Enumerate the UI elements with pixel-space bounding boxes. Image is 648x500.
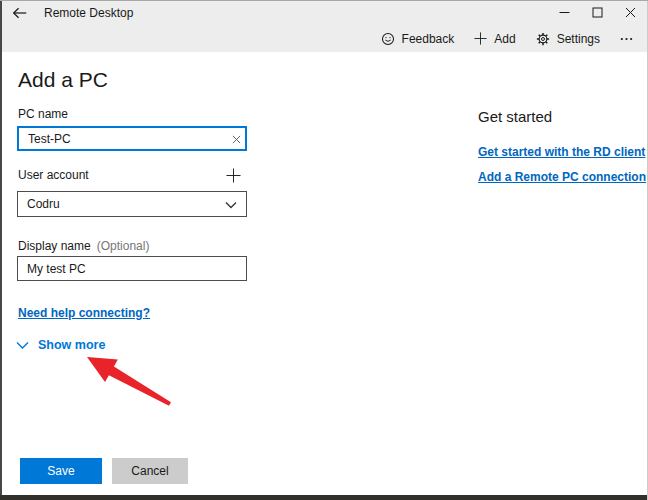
maximize-icon [592,7,603,18]
chevron-down-icon [16,341,29,350]
title-bar: Remote Desktop [2,0,647,25]
window-edge-top [0,0,648,1]
gear-icon [536,32,550,46]
display-name-label: Display name(Optional) [18,239,149,253]
user-account-dropdown[interactable]: Codru [17,191,247,217]
minimize-button[interactable] [548,0,581,25]
show-more-toggle[interactable]: Show more [16,338,105,352]
pc-name-label: PC name [18,107,68,121]
add-remote-pc-connection-link[interactable]: Add a Remote PC connection [478,170,646,184]
window-edge-bottom [0,495,648,500]
show-more-label: Show more [38,338,105,352]
feedback-label: Feedback [402,32,455,46]
add-user-account-button[interactable] [221,163,245,187]
chevron-down-icon [225,201,237,209]
app-header: Remote Desktop [2,0,647,52]
user-account-selected-value: Codru [27,197,60,211]
display-name-input[interactable] [17,256,247,281]
feedback-button[interactable]: Feedback [381,32,455,46]
back-arrow-icon [12,7,27,19]
clear-x-icon [232,135,241,144]
get-started-title: Get started [478,108,552,125]
smiley-icon [381,32,395,46]
window-edge-left [0,0,2,500]
get-started-rd-client-link[interactable]: Get started with the RD client [478,145,645,159]
close-icon [625,7,636,18]
minimize-icon [559,7,570,18]
add-label: Add [494,32,515,46]
pc-name-input[interactable] [17,126,247,151]
ellipsis-icon [620,37,633,41]
plus-icon [226,168,241,183]
page-title: Add a PC [18,68,108,92]
cancel-button[interactable]: Cancel [112,458,188,484]
window-controls [548,0,647,25]
back-button[interactable] [2,0,36,25]
settings-label: Settings [557,32,600,46]
window-title: Remote Desktop [44,6,133,20]
display-name-label-text: Display name [18,239,91,253]
settings-button[interactable]: Settings [536,32,600,46]
maximize-button[interactable] [581,0,614,25]
optional-hint: (Optional) [97,239,150,253]
add-button[interactable]: Add [474,32,515,46]
close-button[interactable] [614,0,647,25]
command-bar: Feedback Add Settings [2,25,647,52]
more-button[interactable] [620,37,633,41]
save-button[interactable]: Save [20,458,102,484]
plus-icon [474,32,487,45]
user-account-label: User account [18,168,89,182]
clear-input-button[interactable] [228,131,244,147]
need-help-link[interactable]: Need help connecting? [18,306,150,320]
